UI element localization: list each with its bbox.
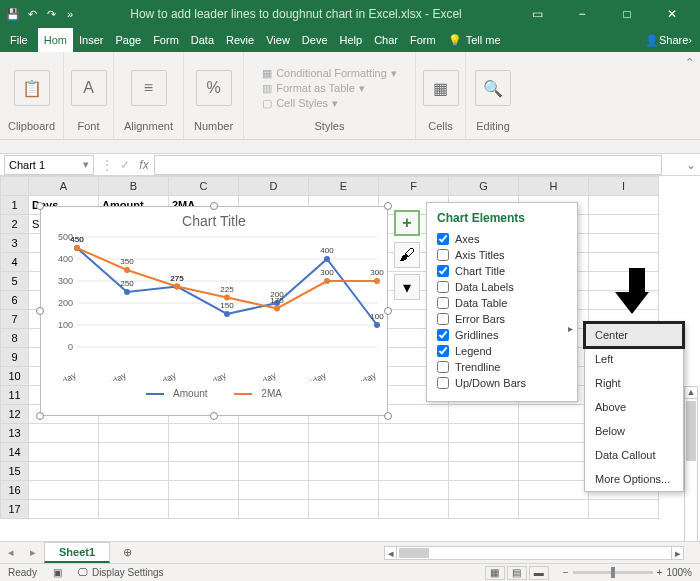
cell[interactable] [449, 462, 519, 481]
resize-handle[interactable] [36, 202, 44, 210]
enter-formula-icon[interactable]: ✓ [116, 158, 134, 172]
cell[interactable] [519, 424, 589, 443]
chart-filters-button[interactable]: ▾ [394, 274, 420, 300]
cell[interactable] [99, 462, 169, 481]
checkbox[interactable] [437, 377, 449, 389]
submenu-item[interactable]: More Options... [585, 467, 683, 491]
tab-review[interactable]: Revie [220, 28, 260, 52]
row-header[interactable]: 16 [1, 481, 29, 500]
tab-data[interactable]: Data [185, 28, 220, 52]
row-header[interactable]: 2 [1, 215, 29, 234]
col-header[interactable]: F [379, 177, 449, 196]
cell[interactable] [169, 481, 239, 500]
view-page-break-icon[interactable]: ▬ [529, 566, 549, 580]
scroll-left-icon[interactable]: ◂ [385, 547, 397, 559]
add-sheet-button[interactable]: ⊕ [116, 546, 138, 559]
cell[interactable] [99, 481, 169, 500]
cell[interactable] [449, 500, 519, 519]
resize-handle[interactable] [36, 412, 44, 420]
row-header[interactable]: 15 [1, 462, 29, 481]
cell[interactable] [169, 424, 239, 443]
record-macro-icon[interactable]: ▣ [45, 567, 70, 578]
sheet-nav-prev[interactable]: ◂ [0, 546, 22, 559]
chart-element-item[interactable]: Up/Down Bars [437, 375, 567, 391]
cell[interactable] [99, 500, 169, 519]
submenu-item[interactable]: Above [585, 395, 683, 419]
row-header[interactable]: 7 [1, 310, 29, 329]
cell[interactable] [239, 481, 309, 500]
checkbox[interactable] [437, 345, 449, 357]
tab-view[interactable]: View [260, 28, 296, 52]
zoom-slider[interactable] [573, 571, 653, 574]
cell[interactable] [449, 443, 519, 462]
cell[interactable] [309, 500, 379, 519]
row-header[interactable]: 6 [1, 291, 29, 310]
resize-handle[interactable] [384, 202, 392, 210]
tab-developer[interactable]: Deve [296, 28, 334, 52]
chart-element-item[interactable]: Gridlines [437, 327, 567, 343]
row-header[interactable]: 4 [1, 253, 29, 272]
tell-me[interactable]: 💡Tell me [442, 28, 507, 52]
col-header[interactable]: D [239, 177, 309, 196]
cell[interactable] [379, 424, 449, 443]
cell[interactable] [379, 443, 449, 462]
scroll-right-icon[interactable]: ▸ [671, 547, 683, 559]
view-normal-icon[interactable]: ▦ [485, 566, 505, 580]
checkbox[interactable] [437, 313, 449, 325]
cell[interactable] [309, 481, 379, 500]
row-header[interactable]: 8 [1, 329, 29, 348]
scroll-thumb[interactable] [686, 401, 696, 461]
cell[interactable] [29, 481, 99, 500]
resize-handle[interactable] [210, 202, 218, 210]
cell[interactable] [29, 500, 99, 519]
cell[interactable] [519, 481, 589, 500]
chevron-down-icon[interactable]: ▾ [83, 158, 89, 171]
cell[interactable] [589, 196, 659, 215]
display-settings[interactable]: 🖵Display Settings [70, 567, 172, 578]
checkbox[interactable] [437, 265, 449, 277]
cell[interactable] [379, 481, 449, 500]
chart-element-item[interactable]: Legend [437, 343, 567, 359]
cell[interactable] [449, 424, 519, 443]
cell[interactable] [309, 443, 379, 462]
cell[interactable] [239, 462, 309, 481]
resize-handle[interactable] [384, 307, 392, 315]
editing-icon[interactable]: 🔍 [475, 70, 511, 106]
zoom-out-button[interactable]: − [563, 567, 569, 578]
fx-icon[interactable]: fx [134, 158, 154, 172]
number-icon[interactable]: % [196, 70, 232, 106]
cell[interactable] [519, 500, 589, 519]
cell[interactable] [309, 424, 379, 443]
cell[interactable] [239, 443, 309, 462]
cell[interactable] [519, 443, 589, 462]
chart-plot[interactable]: 0100200300400500SundayMondayTuesdayWedne… [41, 231, 387, 381]
sheet-tab[interactable]: Sheet1 [44, 542, 110, 563]
tab-file[interactable]: File [0, 28, 38, 52]
expand-formula-icon[interactable]: ⌄ [682, 158, 700, 172]
submenu-item[interactable]: Right [585, 371, 683, 395]
submenu-item[interactable]: Left [585, 347, 683, 371]
cell[interactable] [99, 443, 169, 462]
tab-format[interactable]: Form [404, 28, 442, 52]
scroll-up-icon[interactable]: ▲ [685, 387, 697, 399]
row-header[interactable]: 12 [1, 405, 29, 424]
cell-styles[interactable]: ▢Cell Styles ▾ [262, 97, 397, 110]
cell[interactable] [309, 462, 379, 481]
chart-elements-button[interactable]: + [394, 210, 420, 236]
cell[interactable] [519, 462, 589, 481]
col-header[interactable]: B [99, 177, 169, 196]
submenu-item[interactable]: Below [585, 419, 683, 443]
chart-element-item[interactable]: Data Labels [437, 279, 567, 295]
cell[interactable] [589, 215, 659, 234]
zoom-value[interactable]: 100% [666, 567, 692, 578]
cell[interactable] [449, 405, 519, 424]
row-header[interactable]: 1 [1, 196, 29, 215]
ribbon-options-icon[interactable]: ▭ [515, 0, 559, 28]
sheet-nav-next[interactable]: ▸ [22, 546, 44, 559]
tab-chart-design[interactable]: Char [368, 28, 404, 52]
checkbox[interactable] [437, 361, 449, 373]
maximize-button[interactable]: □ [605, 0, 649, 28]
cell[interactable] [239, 424, 309, 443]
tab-home[interactable]: Hom [38, 28, 73, 52]
chart-element-item[interactable]: Axis Titles [437, 247, 567, 263]
